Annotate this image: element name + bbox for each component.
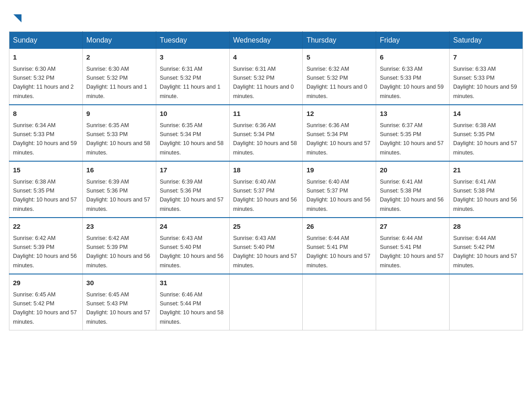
day-info: Sunrise: 6:46 AMSunset: 5:44 PMDaylight:… xyxy=(160,291,223,325)
calendar-day-cell: 15 Sunrise: 6:38 AMSunset: 5:35 PMDaylig… xyxy=(9,161,83,218)
calendar-day-cell: 4 Sunrise: 6:31 AMSunset: 5:32 PMDayligh… xyxy=(229,49,303,105)
day-info: Sunrise: 6:32 AMSunset: 5:32 PMDaylight:… xyxy=(306,66,367,99)
calendar-day-cell: 20 Sunrise: 6:41 AMSunset: 5:38 PMDaylig… xyxy=(376,161,450,218)
calendar-day-cell: 28 Sunrise: 6:44 AMSunset: 5:42 PMDaylig… xyxy=(450,218,523,274)
calendar-week-row: 1 Sunrise: 6:30 AMSunset: 5:32 PMDayligh… xyxy=(9,49,523,105)
day-number: 20 xyxy=(380,165,446,176)
day-number: 30 xyxy=(86,278,152,288)
calendar-day-cell: 29 Sunrise: 6:45 AMSunset: 5:42 PMDaylig… xyxy=(9,274,83,330)
day-number: 10 xyxy=(160,109,226,119)
calendar-day-cell xyxy=(450,274,523,330)
calendar-day-cell: 23 Sunrise: 6:42 AMSunset: 5:39 PMDaylig… xyxy=(82,218,156,274)
day-number: 25 xyxy=(233,222,299,232)
day-info: Sunrise: 6:42 AMSunset: 5:39 PMDaylight:… xyxy=(86,235,150,269)
day-number: 8 xyxy=(13,109,79,119)
calendar-day-cell: 16 Sunrise: 6:39 AMSunset: 5:36 PMDaylig… xyxy=(82,161,156,218)
calendar-day-cell xyxy=(229,274,303,330)
calendar-day-cell: 24 Sunrise: 6:43 AMSunset: 5:40 PMDaylig… xyxy=(156,218,229,274)
day-info: Sunrise: 6:44 AMSunset: 5:41 PMDaylight:… xyxy=(380,235,443,269)
day-number: 2 xyxy=(86,52,152,63)
day-number: 27 xyxy=(380,222,446,232)
day-info: Sunrise: 6:45 AMSunset: 5:42 PMDaylight:… xyxy=(13,291,77,325)
day-info: Sunrise: 6:36 AMSunset: 5:34 PMDaylight:… xyxy=(306,122,370,156)
calendar-day-cell: 26 Sunrise: 6:44 AMSunset: 5:41 PMDaylig… xyxy=(303,218,376,274)
day-number: 13 xyxy=(380,109,446,119)
calendar-table: SundayMondayTuesdayWednesdayThursdayFrid… xyxy=(9,31,523,330)
calendar-week-row: 8 Sunrise: 6:34 AMSunset: 5:33 PMDayligh… xyxy=(9,105,523,161)
day-number: 9 xyxy=(86,109,152,119)
day-of-week-header: Tuesday xyxy=(156,32,229,49)
day-number: 23 xyxy=(86,222,152,232)
day-info: Sunrise: 6:35 AMSunset: 5:34 PMDaylight:… xyxy=(160,122,223,156)
day-number: 7 xyxy=(453,52,519,63)
day-info: Sunrise: 6:30 AMSunset: 5:32 PMDaylight:… xyxy=(86,66,147,99)
day-number: 16 xyxy=(86,165,152,176)
calendar-day-cell: 5 Sunrise: 6:32 AMSunset: 5:32 PMDayligh… xyxy=(303,49,376,105)
calendar-day-cell: 17 Sunrise: 6:39 AMSunset: 5:36 PMDaylig… xyxy=(156,161,229,218)
day-info: Sunrise: 6:44 AMSunset: 5:42 PMDaylight:… xyxy=(453,235,517,269)
day-info: Sunrise: 6:33 AMSunset: 5:33 PMDaylight:… xyxy=(453,66,517,99)
calendar-day-cell: 31 Sunrise: 6:46 AMSunset: 5:44 PMDaylig… xyxy=(156,274,229,330)
page-header xyxy=(9,9,523,22)
day-number: 11 xyxy=(233,109,299,119)
calendar-day-cell xyxy=(303,274,376,330)
day-info: Sunrise: 6:40 AMSunset: 5:37 PMDaylight:… xyxy=(233,179,297,212)
calendar-week-row: 29 Sunrise: 6:45 AMSunset: 5:42 PMDaylig… xyxy=(9,274,523,330)
calendar-week-row: 22 Sunrise: 6:42 AMSunset: 5:39 PMDaylig… xyxy=(9,218,523,274)
day-of-week-header: Monday xyxy=(82,32,156,49)
day-info: Sunrise: 6:33 AMSunset: 5:33 PMDaylight:… xyxy=(380,66,443,99)
day-number: 22 xyxy=(13,222,79,232)
day-info: Sunrise: 6:36 AMSunset: 5:34 PMDaylight:… xyxy=(233,122,297,156)
day-info: Sunrise: 6:43 AMSunset: 5:40 PMDaylight:… xyxy=(233,235,297,269)
calendar-day-cell: 19 Sunrise: 6:40 AMSunset: 5:37 PMDaylig… xyxy=(303,161,376,218)
calendar-day-cell: 3 Sunrise: 6:31 AMSunset: 5:32 PMDayligh… xyxy=(156,49,229,105)
day-info: Sunrise: 6:39 AMSunset: 5:36 PMDaylight:… xyxy=(160,179,223,212)
day-number: 12 xyxy=(306,109,372,119)
day-number: 6 xyxy=(380,52,446,63)
day-number: 15 xyxy=(13,165,79,176)
day-info: Sunrise: 6:30 AMSunset: 5:32 PMDaylight:… xyxy=(13,66,74,99)
day-of-week-header: Saturday xyxy=(450,32,523,49)
day-number: 14 xyxy=(453,109,519,119)
calendar-day-cell: 22 Sunrise: 6:42 AMSunset: 5:39 PMDaylig… xyxy=(9,218,83,274)
calendar-day-cell: 30 Sunrise: 6:45 AMSunset: 5:43 PMDaylig… xyxy=(82,274,156,330)
day-number: 24 xyxy=(160,222,226,232)
day-info: Sunrise: 6:41 AMSunset: 5:38 PMDaylight:… xyxy=(380,179,443,212)
day-info: Sunrise: 6:43 AMSunset: 5:40 PMDaylight:… xyxy=(160,235,223,269)
calendar-day-cell: 21 Sunrise: 6:41 AMSunset: 5:38 PMDaylig… xyxy=(450,161,523,218)
logo xyxy=(13,13,21,22)
day-of-week-header: Thursday xyxy=(303,32,376,49)
day-info: Sunrise: 6:41 AMSunset: 5:38 PMDaylight:… xyxy=(453,179,517,212)
day-number: 19 xyxy=(306,165,372,176)
day-number: 29 xyxy=(13,278,79,288)
calendar-day-cell: 11 Sunrise: 6:36 AMSunset: 5:34 PMDaylig… xyxy=(229,105,303,161)
calendar-day-cell: 14 Sunrise: 6:38 AMSunset: 5:35 PMDaylig… xyxy=(450,105,523,161)
day-number: 1 xyxy=(13,52,79,63)
day-of-week-header: Sunday xyxy=(9,32,83,49)
day-number: 28 xyxy=(453,222,519,232)
calendar-day-cell: 25 Sunrise: 6:43 AMSunset: 5:40 PMDaylig… xyxy=(229,218,303,274)
day-info: Sunrise: 6:31 AMSunset: 5:32 PMDaylight:… xyxy=(233,66,294,99)
day-info: Sunrise: 6:40 AMSunset: 5:37 PMDaylight:… xyxy=(306,179,370,212)
day-info: Sunrise: 6:31 AMSunset: 5:32 PMDaylight:… xyxy=(160,66,221,99)
day-number: 31 xyxy=(160,278,226,288)
calendar-day-cell xyxy=(376,274,450,330)
day-number: 3 xyxy=(160,52,226,63)
day-number: 4 xyxy=(233,52,299,63)
calendar-day-cell: 7 Sunrise: 6:33 AMSunset: 5:33 PMDayligh… xyxy=(450,49,523,105)
day-number: 5 xyxy=(306,52,372,63)
logo-arrow-icon xyxy=(13,14,21,22)
day-number: 18 xyxy=(233,165,299,176)
day-info: Sunrise: 6:42 AMSunset: 5:39 PMDaylight:… xyxy=(13,235,77,269)
day-info: Sunrise: 6:38 AMSunset: 5:35 PMDaylight:… xyxy=(453,122,517,156)
day-info: Sunrise: 6:35 AMSunset: 5:33 PMDaylight:… xyxy=(86,122,150,156)
day-info: Sunrise: 6:34 AMSunset: 5:33 PMDaylight:… xyxy=(13,122,77,156)
calendar-header-row: SundayMondayTuesdayWednesdayThursdayFrid… xyxy=(9,32,523,49)
calendar-day-cell: 12 Sunrise: 6:36 AMSunset: 5:34 PMDaylig… xyxy=(303,105,376,161)
svg-marker-0 xyxy=(13,14,21,22)
calendar-day-cell: 1 Sunrise: 6:30 AMSunset: 5:32 PMDayligh… xyxy=(9,49,83,105)
day-of-week-header: Wednesday xyxy=(229,32,303,49)
calendar-week-row: 15 Sunrise: 6:38 AMSunset: 5:35 PMDaylig… xyxy=(9,161,523,218)
day-info: Sunrise: 6:38 AMSunset: 5:35 PMDaylight:… xyxy=(13,179,77,212)
calendar-day-cell: 18 Sunrise: 6:40 AMSunset: 5:37 PMDaylig… xyxy=(229,161,303,218)
